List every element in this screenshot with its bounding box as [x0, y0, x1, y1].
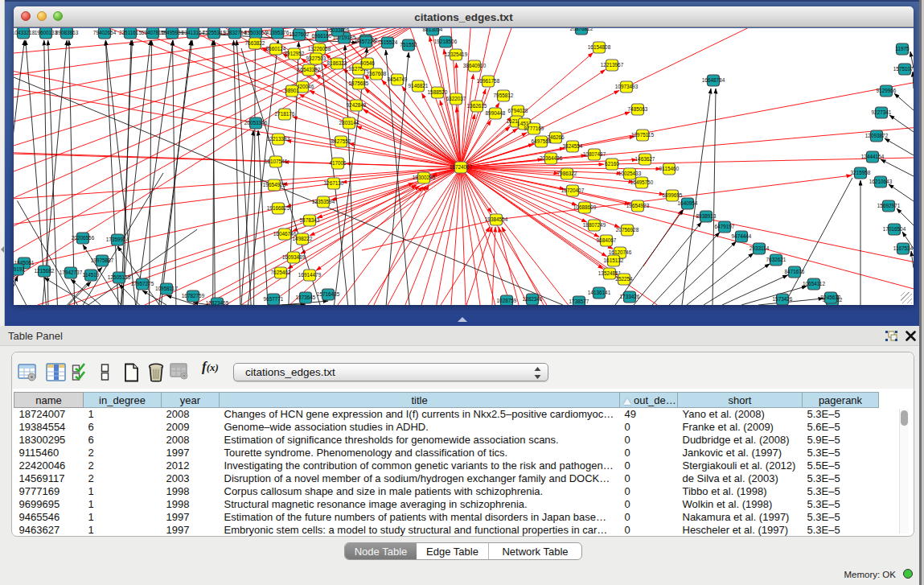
svg-text:16154808: 16154808	[588, 44, 611, 50]
svg-text:1373645: 1373645	[296, 295, 316, 300]
svg-text:1498222: 1498222	[293, 236, 313, 241]
svg-text:1167534: 1167534	[893, 245, 914, 251]
svg-text:751552: 751552	[400, 42, 417, 47]
svg-text:89083863: 89083863	[55, 30, 79, 35]
svg-text:18807249: 18807249	[583, 222, 606, 228]
svg-text:19600133: 19600133	[35, 30, 58, 35]
svg-text:6479197: 6479197	[715, 224, 735, 229]
svg-text:83503056: 83503056	[244, 30, 268, 35]
svg-text:16782759: 16782759	[182, 293, 205, 299]
svg-text:16093489: 16093489	[282, 254, 306, 260]
svg-text:8660124: 8660124	[266, 46, 286, 51]
svg-text:6794028: 6794028	[508, 108, 528, 113]
svg-text:16543382: 16543382	[298, 67, 321, 72]
svg-text:03413164: 03413164	[182, 30, 205, 35]
svg-text:19384554: 19384554	[485, 216, 508, 222]
svg-text:5878343: 5878343	[300, 217, 320, 223]
svg-text:252254: 252254	[615, 276, 633, 282]
svg-text:15716485: 15716485	[317, 291, 340, 297]
svg-text:9327503: 9327503	[306, 56, 326, 61]
svg-text:17942737: 17942737	[60, 270, 83, 275]
svg-text:8813054: 8813054	[423, 28, 443, 32]
svg-text:7632621: 7632621	[766, 257, 786, 262]
svg-text:1362615: 1362615	[467, 103, 487, 109]
svg-text:16033809: 16033809	[326, 28, 350, 33]
svg-text:16495750: 16495750	[630, 179, 654, 185]
svg-text:8186323: 8186323	[327, 60, 347, 66]
svg-text:16961758: 16961758	[477, 78, 500, 84]
svg-text:1738577: 1738577	[569, 299, 589, 304]
svg-text:13226058: 13226058	[308, 46, 331, 51]
svg-text:17016504: 17016504	[883, 226, 906, 232]
svg-text:1028759: 1028759	[497, 298, 517, 303]
svg-text:10958117: 10958117	[155, 286, 178, 291]
svg-text:7625402: 7625402	[271, 270, 291, 275]
svg-text:3215958: 3215958	[851, 170, 871, 175]
svg-text:6966160: 6966160	[312, 33, 332, 39]
svg-text:19166825: 19166825	[267, 205, 290, 211]
svg-text:9129966: 9129966	[877, 88, 897, 93]
svg-text:3824554: 3824554	[563, 143, 583, 149]
svg-text:17957275: 17957275	[131, 281, 154, 286]
svg-text:12823465: 12823465	[206, 300, 229, 305]
svg-text:1640954: 1640954	[678, 200, 698, 206]
svg-text:8454749: 8454749	[388, 76, 408, 82]
svg-text:8912952: 8912952	[285, 51, 305, 56]
svg-text:90546: 90546	[360, 60, 375, 66]
svg-text:7663822: 7663822	[245, 40, 265, 46]
svg-text:19654923: 19654923	[626, 203, 650, 208]
svg-text:417006: 417006	[329, 160, 347, 166]
svg-text:19300295: 19300295	[413, 175, 436, 180]
svg-text:18724007: 18724007	[450, 164, 473, 170]
svg-text:6899695: 6899695	[663, 192, 683, 198]
svg-text:9227341: 9227341	[872, 109, 892, 115]
svg-text:7955812: 7955812	[494, 93, 514, 98]
svg-text:12213383: 12213383	[267, 136, 290, 142]
svg-text:15720407: 15720407	[561, 187, 585, 193]
svg-text:16120746: 16120746	[609, 249, 632, 255]
svg-text:62160: 62160	[605, 161, 619, 167]
svg-text:12444154: 12444154	[861, 154, 885, 159]
svg-text:98901: 98901	[285, 88, 299, 93]
svg-text:9684067: 9684067	[597, 237, 617, 243]
svg-text:1588520: 1588520	[428, 89, 448, 95]
svg-text:6497568: 6497568	[532, 138, 552, 144]
svg-text:14136141: 14136141	[588, 290, 611, 295]
svg-text:10025433: 10025433	[618, 171, 642, 176]
svg-text:19654923: 19654923	[263, 182, 286, 187]
svg-text:1463627: 1463627	[635, 156, 655, 162]
svg-text:9115460: 9115460	[659, 166, 680, 171]
svg-text:12505135: 12505135	[108, 274, 131, 280]
svg-text:17359914: 17359914	[106, 237, 129, 242]
svg-text:7485063: 7485063	[628, 106, 648, 112]
svg-text:1615132: 1615132	[604, 257, 624, 263]
svg-text:20756928: 20756928	[616, 227, 639, 233]
svg-text:10688609: 10688609	[573, 204, 597, 210]
svg-text:7357224: 7357224	[356, 39, 376, 44]
svg-text:10807487: 10807487	[583, 151, 606, 157]
svg-text:16914479: 16914479	[298, 272, 322, 278]
svg-text:75255341: 75255341	[203, 30, 226, 35]
svg-text:23511615: 23511615	[119, 30, 142, 35]
svg-text:3267130: 3267130	[324, 180, 344, 186]
svg-text:1215682: 1215682	[35, 268, 55, 274]
svg-text:16107546: 16107546	[265, 159, 288, 164]
svg-text:13353594: 13353594	[312, 199, 335, 204]
svg-text:2367608: 2367608	[367, 71, 387, 76]
svg-text:9242848: 9242848	[347, 102, 367, 108]
svg-text:12975115: 12975115	[631, 132, 654, 138]
svg-text:38640910: 38640910	[463, 63, 487, 68]
svg-text:7515524: 7515524	[378, 39, 398, 45]
svg-text:8427552: 8427552	[331, 138, 351, 144]
svg-text:79402654: 79402654	[93, 30, 117, 35]
svg-text:12093872: 12093872	[865, 133, 889, 138]
svg-text:9146821: 9146821	[409, 83, 429, 89]
svg-text:6322037: 6322037	[446, 96, 466, 101]
svg-text:12325419: 12325419	[445, 51, 468, 57]
svg-text:16210643: 16210643	[869, 179, 893, 184]
svg-text:9245632: 9245632	[821, 295, 841, 300]
svg-text:20053346: 20053346	[244, 120, 268, 126]
svg-text:1382346: 1382346	[523, 296, 543, 302]
svg-text:41395376: 41395376	[266, 30, 290, 35]
svg-text:11975: 11975	[895, 46, 910, 51]
